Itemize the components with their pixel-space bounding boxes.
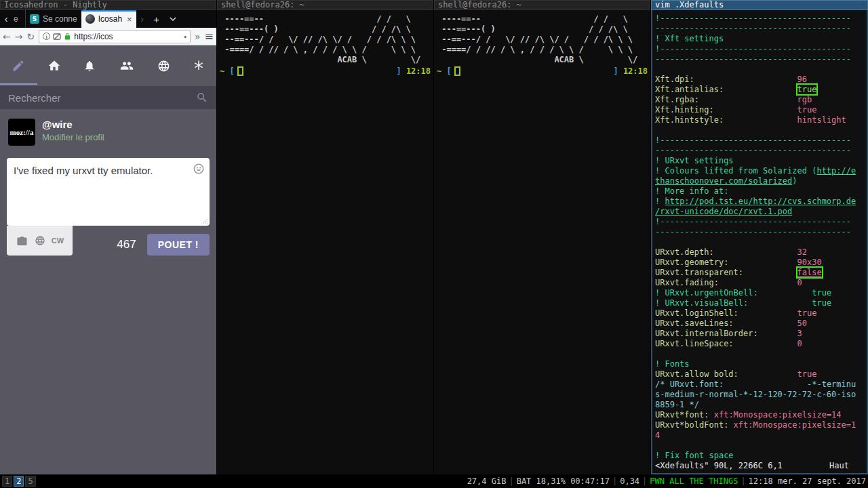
vim-scroll-position: Haut — [829, 461, 849, 471]
text-line: ! Fonts — [655, 359, 867, 369]
mastodon-drawer: Rechercher moz://a @wire Modifier le pro… — [0, 45, 216, 474]
text-line: ! http://pod.tst.eu/http://cvs.schmorp.d… — [655, 197, 867, 207]
text-line: ACAB \ \/ — [437, 55, 648, 65]
emoji-picker-icon[interactable] — [193, 163, 205, 175]
forward-button[interactable]: → — [15, 32, 23, 41]
text-line: URxvt.transparent: false — [655, 268, 867, 278]
privacy-globe-icon[interactable] — [35, 235, 45, 246]
edit-profile-link[interactable]: Modifier le profil — [42, 132, 104, 142]
page-action-icon[interactable]: • — [184, 33, 186, 41]
home-icon[interactable] — [47, 59, 61, 73]
text-line: URxvt.allow bold: true — [655, 369, 867, 380]
new-tab-button[interactable]: + — [149, 10, 165, 28]
text-line — [655, 441, 867, 451]
firefox-window: Icosahedron - Nightly ‹ e S Se conne Ico… — [0, 0, 216, 474]
ascii-art: ----==-- / / \ ---==---( ) / / /\ \ --==… — [437, 14, 648, 65]
icosahedron-favicon — [85, 14, 95, 24]
hamburger-menu-icon[interactable]: ≡ — [205, 31, 214, 42]
text-line: /* URxvt.font: -*-terminu — [655, 380, 867, 390]
ascii-art: ----==-- / / \ ---==---( ) / / /\ \ --==… — [220, 14, 431, 65]
status-separator: | — [506, 476, 516, 486]
text-line: URxvt.saveLines: 50 — [655, 319, 867, 329]
compose-pencil-icon[interactable] — [12, 59, 25, 73]
text-line: ! URxvt settings — [655, 156, 867, 166]
content-warning-toggle[interactable]: CW — [52, 237, 64, 245]
toot-submit-button[interactable]: POUET ! — [147, 234, 210, 256]
tab-close-icon[interactable]: × — [127, 14, 132, 24]
tracking-protection-icon[interactable] — [53, 33, 61, 41]
text-line: /rxvt-unicode/doc/rxvt.1.pod — [655, 207, 867, 217]
federated-globe-icon[interactable] — [157, 60, 170, 73]
text-line: URxvt*boldFont: xft:Monospace:pixelsize=… — [655, 420, 867, 430]
text-line: ! Fix font space — [655, 451, 867, 461]
tab-clipped[interactable]: e — [12, 10, 26, 28]
url-bar[interactable]: i https://icos • — [39, 30, 191, 43]
active-tab-underline — [0, 83, 37, 85]
mastodon-favicon: S — [30, 14, 39, 24]
tab-se-connecter[interactable]: S Se conne — [26, 10, 81, 28]
vim-window-title[interactable]: vim .Xdefaults — [651, 0, 868, 10]
workspace-button-2[interactable]: 2 — [14, 476, 24, 487]
all-tabs-chevron-icon[interactable] — [165, 10, 181, 28]
text-line: ---------------------------------------- — [655, 227, 867, 237]
text-line: ACAB \ \/ — [220, 55, 431, 65]
prompt-close-bracket: ] — [613, 66, 618, 76]
status-load: 0,34 — [620, 476, 639, 486]
tab-scroll-right-icon[interactable]: › — [136, 10, 149, 28]
overflow-menu-icon[interactable]: » — [195, 32, 201, 41]
tab-icosahedron-active[interactable]: Icosah × — [81, 10, 136, 28]
text-line: s-medium-r-normal-*-12-120-72-72-c-60-is… — [655, 390, 867, 400]
compose-textarea[interactable]: I've fixed my urxvt tty emulator. — [7, 158, 210, 226]
vim-window: vim .Xdefaults !------------------------… — [651, 0, 868, 474]
vim-statusline: <Xdefaults" 90L, 2266C 6,1 Haut — [655, 461, 864, 471]
text-line: ---------------------------------------- — [655, 24, 867, 34]
text-line: thanschoonover.com/solarized) — [655, 176, 867, 186]
text-line: --==---/ / \/ // /\ \/ / / / /\ \ \ — [220, 35, 431, 45]
text-line: ---==---( ) / / /\ \ — [220, 24, 431, 35]
text-line: -====/ / // / \ , / / / \ \ / \ \ \ — [437, 45, 648, 55]
vim-buffer[interactable]: !---------------------------------------… — [651, 10, 868, 474]
workspace-button-1[interactable]: 1 — [2, 476, 12, 487]
text-line: URxvt.fading: 0 — [655, 278, 867, 288]
textarea-resize-handle[interactable] — [202, 218, 208, 224]
text-line: URxvt*font: xft:Monospace:pixelsize=14 — [655, 410, 867, 420]
text-line — [655, 125, 867, 136]
attach-panel: CW — [7, 226, 73, 256]
avatar[interactable]: moz://a — [8, 119, 35, 146]
page-info-icon[interactable]: i — [43, 33, 50, 40]
terminal2-body[interactable]: ----==-- / / \ ---==---( ) / / /\ \ --==… — [434, 10, 650, 474]
profile-row: moz://a @wire Modifier le profil — [0, 109, 216, 155]
search-icon[interactable] — [196, 92, 208, 104]
terminal2-title[interactable]: shell@fedora26: ~ — [434, 0, 650, 10]
upload-camera-icon[interactable] — [16, 235, 28, 247]
https-lock-icon[interactable] — [64, 33, 71, 41]
text-line: ! Xft settings — [655, 34, 867, 44]
search-bar[interactable]: Rechercher — [0, 86, 216, 109]
text-line — [655, 349, 867, 359]
url-text[interactable]: https://icos — [74, 32, 181, 41]
reload-button[interactable]: ↻ — [26, 32, 35, 41]
text-line: URxvt.internalBorder: 3 — [655, 329, 867, 339]
status-separator: | — [610, 476, 620, 486]
text-line: URxvt.depth: 32 — [655, 247, 867, 258]
notifications-bell-icon[interactable] — [83, 59, 96, 73]
getting-started-asterisk-icon[interactable] — [193, 60, 205, 72]
workspace-button-5[interactable]: 5 — [25, 476, 35, 487]
status-separator: | — [738, 476, 748, 486]
terminal1-title[interactable]: shell@fedora26: ~ — [217, 0, 433, 10]
tab-label: Se conne — [43, 14, 77, 24]
firefox-window-title[interactable]: Icosahedron - Nightly — [0, 0, 216, 10]
back-button[interactable]: ← — [3, 32, 11, 41]
text-line: 4 — [655, 430, 867, 441]
prompt-open-bracket: [ — [229, 66, 234, 76]
local-timeline-users-icon[interactable] — [119, 59, 135, 73]
text-line: !--------------------------------------- — [655, 217, 867, 227]
terminal1-body[interactable]: ----==-- / / \ ---==---( ) / / /\ \ --==… — [217, 10, 433, 474]
vim-text: !---------------------------------------… — [655, 14, 867, 461]
text-line: -====/ / // / \ , / / / \ \ / \ \ \ — [220, 45, 431, 55]
compose-text: I've fixed my urxvt tty emulator. — [14, 165, 153, 176]
tab-scroll-left-icon[interactable]: ‹ — [0, 10, 12, 28]
terminal-window-1: shell@fedora26: ~ ----==-- / / \ ---==--… — [217, 0, 433, 474]
tab-label: Icosah — [98, 14, 122, 24]
i3status: 27,4 GiB | BAT 18,31% 00:47:17 | 0,34 | … — [467, 476, 866, 486]
